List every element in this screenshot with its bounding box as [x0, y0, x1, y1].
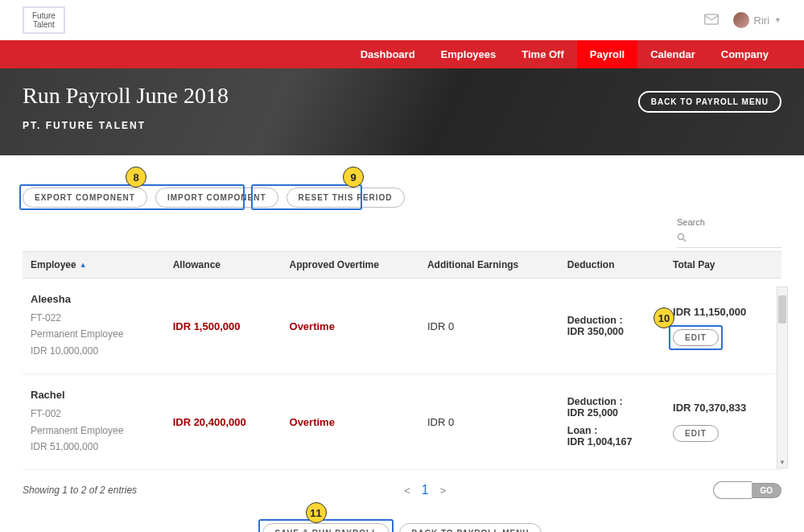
navbar: Dashboard Employees Time Off Payroll Cal… [0, 40, 804, 68]
sort-asc-icon: ▲ [80, 261, 87, 269]
company-name: PT. FUTURE TALENT [23, 120, 781, 131]
scrollbar-thumb[interactable] [778, 295, 786, 324]
action-row: 8 EXPORT COMPONENT IMPORT COMPONENT 9 RE… [23, 188, 781, 208]
deduction-label: Deduction : [567, 396, 657, 407]
topbar-right: Riri ▼ [704, 12, 781, 28]
employee-code: FT-022 [31, 310, 157, 326]
search-wrap: Search [23, 217, 781, 248]
employee-type: Permanent Employee [31, 326, 157, 342]
user-name: Riri [754, 14, 770, 27]
edit-button[interactable]: EDIT [673, 425, 719, 442]
employee-type: Permanent Employee [31, 423, 157, 439]
deduction-value: IDR 350,000 [567, 326, 657, 337]
deduction-value: IDR 25,000 [567, 407, 657, 419]
additional-value: IDR 0 [427, 320, 454, 332]
deduction-label: Deduction : [567, 315, 657, 326]
employee-code: FT-002 [31, 406, 157, 422]
reset-period-button[interactable]: RESET THIS PERIOD [287, 188, 405, 208]
table-row: Aleesha FT-022 Permanent Employee IDR 10… [23, 278, 781, 374]
col-additional[interactable]: Additional Earnings [419, 252, 559, 278]
allowance-value: IDR 20,400,000 [173, 416, 246, 428]
chevron-down-icon: ▼ [774, 16, 781, 24]
logo-line1: Future [32, 11, 56, 20]
showing-text: Showing 1 to 2 of 2 entries [23, 485, 137, 496]
edit-button[interactable]: EDIT [673, 329, 719, 346]
overtime-link[interactable]: Overtime [290, 416, 335, 428]
logo-line2: Talent [32, 20, 56, 29]
search-input[interactable] [677, 229, 781, 248]
save-run-payroll-button[interactable]: SAVE & RUN PAYROLL [262, 523, 390, 532]
scroll-down-icon[interactable]: ▼ [777, 459, 787, 466]
annotation-marker-10: 10 [654, 307, 674, 328]
employee-base: IDR 10,000,000 [31, 343, 157, 359]
col-overtime[interactable]: Approved Overtime [282, 252, 419, 278]
svg-point-0 [678, 234, 684, 240]
nav-calendar[interactable]: Calendar [637, 40, 708, 68]
back-to-menu-button[interactable]: BACK TO PAYROLL MENU [638, 91, 781, 113]
nav-employees[interactable]: Employees [428, 40, 509, 68]
goto-input[interactable] [713, 481, 752, 499]
svg-line-1 [683, 239, 686, 242]
total-pay-value: IDR 11,150,000 [673, 306, 773, 318]
search-icon [677, 233, 686, 245]
employee-base: IDR 51,000,000 [31, 439, 157, 455]
col-deduction[interactable]: Deduction [559, 252, 665, 278]
back-to-menu-button-bottom[interactable]: BACK TO PAYROLL MENU [399, 523, 541, 532]
nav-payroll[interactable]: Payroll [577, 40, 637, 68]
allowance-value: IDR 1,500,000 [173, 320, 241, 332]
col-total[interactable]: Total Pay [665, 252, 781, 278]
employee-name: Aleesha [31, 293, 157, 305]
import-component-button[interactable]: IMPORT COMPONENT [155, 188, 278, 208]
export-component-button[interactable]: EXPORT COMPONENT [23, 188, 147, 208]
next-page-icon[interactable]: > [440, 485, 447, 497]
logo: Future Talent [23, 6, 65, 34]
mail-icon[interactable] [704, 14, 719, 27]
payroll-table: Employee▲ Allowance Approved Overtime Ad… [23, 251, 781, 470]
go-button[interactable]: GO [752, 483, 781, 498]
user-dropdown[interactable]: Riri ▼ [733, 12, 781, 28]
topbar: Future Talent Riri ▼ [0, 0, 804, 40]
loan-value: IDR 1,004,167 [567, 436, 657, 447]
prev-page-icon[interactable]: < [404, 485, 410, 497]
total-pay-value: IDR 70,370,833 [673, 402, 773, 414]
goto-page: GO [713, 481, 781, 499]
annotation-marker-9: 9 [343, 167, 364, 188]
bottom-actions: 11 SAVE & RUN PAYROLL BACK TO PAYROLL ME… [23, 523, 781, 532]
employee-name: Rachel [31, 389, 157, 401]
table-wrap: Employee▲ Allowance Approved Overtime Ad… [23, 251, 781, 470]
overtime-link[interactable]: Overtime [290, 320, 335, 332]
search-box: Search [677, 217, 781, 248]
nav-dashboard[interactable]: Dashboard [348, 40, 428, 68]
pager: < 1 > [404, 483, 446, 497]
nav-timeoff[interactable]: Time Off [509, 40, 577, 68]
content: 8 EXPORT COMPONENT IMPORT COMPONENT 9 RE… [0, 155, 804, 532]
table-row: Rachel FT-002 Permanent Employee IDR 51,… [23, 374, 781, 470]
avatar-icon [733, 12, 749, 28]
current-page[interactable]: 1 [422, 483, 429, 497]
hero: Run Payroll June 2018 PT. FUTURE TALENT … [0, 68, 804, 155]
search-label: Search [677, 217, 781, 227]
scrollbar[interactable]: ▼ [777, 287, 788, 468]
col-employee[interactable]: Employee▲ [23, 252, 165, 278]
col-allowance[interactable]: Allowance [165, 252, 282, 278]
annotation-marker-11: 11 [306, 502, 327, 523]
table-footer: Showing 1 to 2 of 2 entries < 1 > GO [23, 481, 781, 499]
additional-value: IDR 0 [427, 416, 454, 428]
loan-label: Loan : [567, 425, 657, 436]
annotation-marker-8: 8 [126, 167, 146, 188]
nav-company[interactable]: Company [708, 40, 781, 68]
